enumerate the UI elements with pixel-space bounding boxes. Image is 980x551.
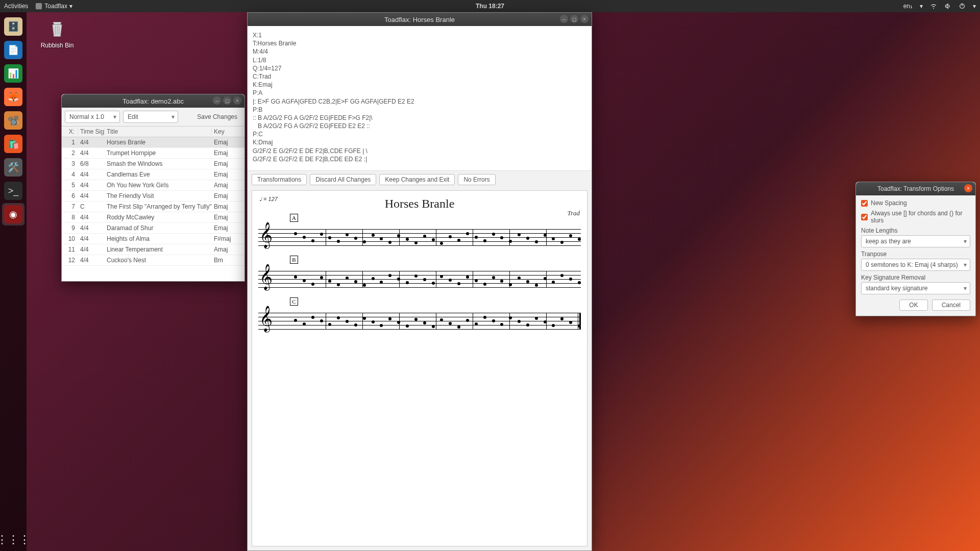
new-spacing-checkbox[interactable]: New Spacing — [861, 199, 970, 207]
brackets-check[interactable] — [861, 214, 868, 220]
tune-list-title: Toadflax: demo2.abc — [122, 97, 184, 105]
table-row[interactable]: 36/8Smash the WindowsEmaj — [62, 159, 244, 169]
dock-toadflax[interactable]: ◉ — [2, 203, 24, 226]
activities-button[interactable]: Activities — [4, 3, 28, 10]
editor-title: Toadflax: Horses Branle — [384, 16, 455, 23]
close-button[interactable]: × — [964, 184, 972, 192]
cell-timesig: 4/4 — [78, 257, 105, 264]
table-row[interactable]: 64/4The Friendly VisitEmaj — [62, 191, 244, 202]
ok-button[interactable]: OK — [899, 299, 927, 311]
notes — [294, 270, 578, 288]
note-lengths-combo[interactable]: keep as they are — [861, 235, 970, 247]
table-row[interactable]: 84/4Roddy McCawleyEmaj — [62, 212, 244, 223]
input-language-indicator[interactable]: en₁ — [903, 3, 913, 10]
dock-writer[interactable]: 📄 — [2, 39, 24, 61]
cell-title: The Friendly Visit — [105, 192, 212, 199]
table-row[interactable]: 124/4Cuckoo's NestBm — [62, 255, 244, 266]
cell-key: Emaj — [212, 214, 242, 221]
col-title[interactable]: Title — [105, 128, 212, 135]
notes — [294, 312, 578, 330]
brackets-checkbox[interactable]: Always use [] for chords and () for slur… — [861, 210, 970, 224]
app-menu[interactable]: Toadflax ▾ — [35, 3, 72, 10]
col-key[interactable]: Key — [212, 128, 242, 135]
col-x[interactable]: X: — [64, 128, 78, 135]
dock-files[interactable]: 🗄️ — [2, 15, 24, 38]
chevron-down-icon: ▾ — [69, 3, 72, 10]
minimize-button[interactable]: – — [560, 15, 568, 23]
cell-key: Emaj — [212, 160, 242, 167]
close-button[interactable]: × — [580, 15, 589, 23]
close-button[interactable]: × — [233, 96, 241, 105]
table-row[interactable]: 14/4Horses BranleEmaj — [62, 137, 244, 148]
abc-source-textarea[interactable]: X:1 T:Horses Branle M:4/4 L:1/8 Q:1/4=12… — [248, 26, 592, 171]
cell-title: Cuckoo's Nest — [105, 257, 212, 264]
brackets-label: Always use [] for chords and () for slur… — [871, 210, 970, 224]
col-timesig[interactable]: Time Sig — [78, 128, 105, 135]
score-title: Horses Branle — [257, 197, 582, 211]
table-row[interactable]: 104/4Heights of AlmaF#maj — [62, 234, 244, 244]
errors-button[interactable]: No Errors — [458, 174, 495, 185]
transpose-combo[interactable]: 0 semitones to K: Emaj (4 sharps) — [861, 259, 970, 271]
power-icon[interactable] — [959, 3, 966, 10]
dock-firefox[interactable]: 🦊 — [2, 86, 24, 108]
desktop-trash-label: Rubbish Bin — [37, 42, 78, 49]
mode-combo[interactable]: Edit — [123, 111, 178, 123]
cell-title: Linear Temperament — [105, 246, 212, 253]
cell-timesig: 4/4 — [78, 171, 105, 178]
dock-terminal[interactable]: >_ — [2, 180, 24, 202]
cell-timesig: 4/4 — [78, 224, 105, 232]
table-row[interactable]: 44/4Candlemas EveEmaj — [62, 169, 244, 180]
dock-settings[interactable]: 🛠️ — [2, 156, 24, 179]
discard-changes-button[interactable]: Discard All Changes — [310, 174, 376, 185]
cell-title: Smash the Windows — [105, 160, 212, 167]
table-row[interactable]: 114/4Linear TemperamentAmaj — [62, 244, 244, 255]
trash-icon — [46, 17, 68, 40]
volume-icon[interactable] — [944, 3, 951, 10]
keysig-removal-label: Key Signature Removal — [861, 274, 970, 281]
part-label: B — [290, 256, 298, 264]
editor-titlebar[interactable]: Toadflax: Horses Branle – ◻ × — [248, 13, 592, 26]
dialog-title: Toadflax: Transform Options — [877, 185, 954, 192]
part-label: A — [290, 214, 298, 222]
dock-apps-grid[interactable]: ⋮⋮⋮ — [2, 529, 24, 551]
cell-x: 3 — [64, 160, 78, 167]
dock-impress[interactable]: 📽️ — [2, 109, 24, 132]
desktop-trash[interactable]: Rubbish Bin — [37, 17, 78, 49]
cell-title: Candlemas Eve — [105, 171, 212, 178]
table-row[interactable]: 94/4Daramad of ShurEmaj — [62, 223, 244, 234]
maximize-button[interactable]: ◻ — [570, 15, 578, 23]
cell-title: Daramad of Shur — [105, 224, 212, 232]
staff: C𝄞 — [258, 309, 581, 336]
editor-actions: Transformations Discard All Changes Keep… — [248, 171, 592, 188]
playback-speed-combo[interactable]: Normal x 1.0 — [65, 111, 120, 123]
cell-title: Heights of Alma — [105, 235, 212, 242]
transformations-button[interactable]: Transformations — [252, 174, 307, 185]
final-barline — [578, 313, 581, 329]
transform-options-dialog: Toadflax: Transform Options × New Spacin… — [855, 182, 976, 316]
minimize-button[interactable]: – — [213, 96, 221, 105]
dock-software[interactable]: 🛍️ — [2, 133, 24, 155]
table-row[interactable]: 54/4Oh You New York GirlsAmaj — [62, 180, 244, 191]
keysig-removal-combo[interactable]: standard key signature — [861, 282, 970, 294]
dock-calc[interactable]: 📊 — [2, 62, 24, 85]
app-icon — [35, 3, 42, 10]
app-menu-label: Toadflax — [44, 3, 67, 10]
maximize-button[interactable]: ◻ — [223, 96, 231, 105]
clock[interactable]: Thu 18:27 — [476, 3, 504, 10]
table-row[interactable]: 24/4Trumpet HornpipeEmaj — [62, 148, 244, 159]
cell-key: Emaj — [212, 139, 242, 146]
cancel-button[interactable]: Cancel — [932, 299, 970, 311]
cell-timesig: 4/4 — [78, 235, 105, 242]
save-changes-button[interactable]: Save Changes — [193, 111, 241, 122]
tune-list-titlebar[interactable]: Toadflax: demo2.abc – ◻ × — [62, 94, 244, 108]
cell-title: Horses Branle — [105, 139, 212, 146]
gnome-topbar: Activities Toadflax ▾ Thu 18:27 en₁ ▾ ▾ — [0, 0, 980, 12]
dialog-titlebar[interactable]: Toadflax: Transform Options × — [856, 182, 975, 195]
table-row[interactable]: 7CThe First Slip "Arranged by Terry Tull… — [62, 202, 244, 212]
keep-changes-button[interactable]: Keep Changes and Exit — [379, 174, 455, 185]
tune-toolbar: Normal x 1.0 Edit Save Changes — [62, 108, 244, 126]
network-icon[interactable] — [930, 3, 937, 10]
cell-x: 7 — [64, 203, 78, 210]
new-spacing-check[interactable] — [861, 200, 868, 207]
cell-key: Bmaj — [212, 203, 242, 210]
